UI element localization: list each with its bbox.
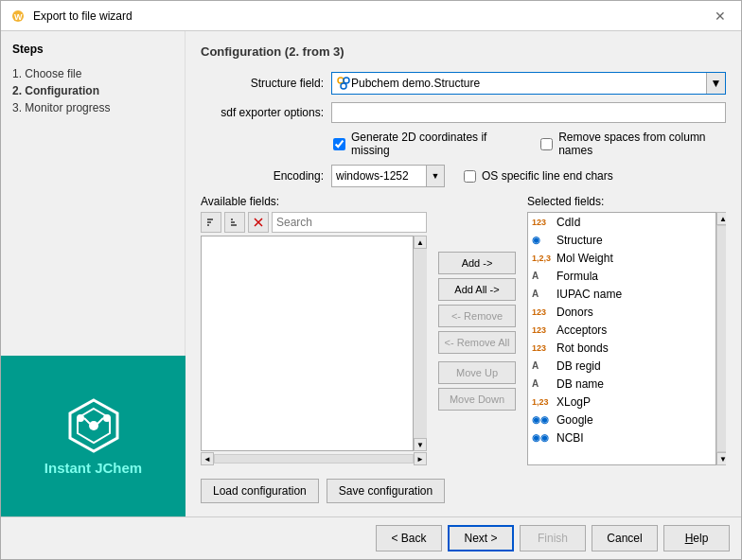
selected-item[interactable]: 123CdId: [528, 213, 716, 231]
sort-desc-button[interactable]: [224, 212, 245, 233]
structure-field-dropdown[interactable]: Pubchem demo.Structure ▼: [331, 72, 726, 95]
add-all-button[interactable]: Add All ->: [438, 278, 516, 301]
selected-item[interactable]: AIUPAC name: [528, 285, 716, 303]
selected-scroll-up-btn[interactable]: ▲: [716, 212, 726, 225]
selected-item[interactable]: 1,2,3Mol Weight: [528, 249, 716, 267]
close-button[interactable]: ✕: [709, 7, 732, 26]
section-title: Configuration (2. from 3): [201, 44, 726, 59]
structure-field-label: Structure field:: [201, 77, 324, 90]
selected-item[interactable]: ◉◉Google: [528, 411, 716, 429]
structure-dropdown-arrow[interactable]: ▼: [706, 73, 725, 94]
sort-asc-icon: [205, 217, 217, 228]
selected-item[interactable]: ◉◉NCBI: [528, 429, 716, 446]
item-type-icon: 123: [532, 325, 553, 335]
item-type-icon: A: [532, 360, 553, 371]
selected-item[interactable]: 123Rot bonds: [528, 339, 716, 357]
item-type-icon: 123: [532, 307, 553, 317]
os-line-end-label[interactable]: OS specific line end chars: [464, 169, 613, 183]
search-input[interactable]: [272, 212, 427, 233]
item-name: Structure: [556, 234, 603, 247]
selected-scroll-down-btn[interactable]: ▼: [716, 452, 726, 465]
svg-point-5: [77, 414, 84, 422]
item-type-icon: A: [532, 271, 553, 281]
vert-scroll-down-btn[interactable]: ▼: [414, 438, 427, 451]
svg-line-8: [97, 418, 103, 424]
save-config-button[interactable]: Save configuration: [327, 479, 445, 503]
export-wizard-dialog: W Export to file wizard ✕ Steps 1. Choos…: [0, 0, 742, 560]
remove-spaces-text: Remove spaces from column names: [558, 131, 726, 157]
fields-area: Available fields:: [201, 195, 726, 465]
next-button[interactable]: Next >: [448, 525, 514, 551]
remove-spaces-label[interactable]: Remove spaces from column names: [540, 131, 726, 157]
step-3-number: 3.: [12, 101, 22, 114]
selected-vert-scrollbar: ▲ ▼: [716, 212, 726, 465]
svg-point-9: [338, 78, 344, 83]
step-2-label: Configuration: [25, 84, 99, 97]
item-name: Mol Weight: [556, 252, 613, 265]
finish-button[interactable]: Finish: [520, 525, 586, 551]
step-1-label: Choose file: [25, 67, 81, 80]
step-3: 3. Monitor progress: [12, 99, 173, 116]
selected-item[interactable]: 123Donors: [528, 303, 716, 321]
step-1: 1. Choose file: [12, 65, 173, 82]
selected-item[interactable]: AFormula: [528, 267, 716, 285]
item-type-icon: ◉◉: [532, 432, 553, 443]
item-type-icon: 123: [532, 218, 553, 227]
title-bar-left: W Export to file wizard: [10, 9, 132, 24]
middle-buttons-panel: Add -> Add All -> <- Remove <- Remove Al…: [434, 195, 520, 465]
selected-item[interactable]: ADB regid: [528, 357, 716, 375]
item-name: XLogP: [556, 395, 591, 409]
load-config-button[interactable]: Load configuration: [201, 479, 319, 503]
generate-2d-label[interactable]: Generate 2D coordinates if missing: [333, 131, 512, 157]
os-line-end-checkbox[interactable]: [464, 170, 476, 183]
remove-spaces-checkbox[interactable]: [540, 138, 553, 150]
help-text-rest: elp: [693, 532, 708, 545]
item-type-icon: A: [532, 289, 553, 299]
brand-area: Instant JChem: [1, 356, 186, 516]
clear-icon: [253, 217, 264, 228]
selected-item[interactable]: ADB name: [528, 375, 716, 393]
item-name: CdId: [556, 216, 580, 229]
checkboxes-row: Generate 2D coordinates if missing Remov…: [201, 131, 726, 157]
help-button[interactable]: Help: [663, 525, 730, 551]
hex-logo-icon: [65, 397, 122, 454]
remove-all-button[interactable]: <- Remove All: [438, 331, 516, 354]
available-fields-panel: Available fields:: [201, 195, 427, 465]
selected-item[interactable]: 123Acceptors: [528, 321, 716, 339]
move-up-button[interactable]: Move Up: [438, 361, 516, 384]
footer: < Back Next > Finish Cancel Help: [1, 516, 741, 559]
back-button[interactable]: < Back: [376, 525, 442, 551]
brand-name: Instant JChem: [44, 460, 142, 476]
svg-point-10: [344, 78, 349, 83]
item-type-icon: ◉◉: [532, 414, 553, 425]
vert-scroll-up-btn[interactable]: ▲: [414, 236, 427, 249]
remove-button[interactable]: <- Remove: [438, 305, 516, 327]
dialog-content: Steps 1. Choose file 2. Configuration 3.…: [1, 31, 741, 516]
encoding-select[interactable]: windows-1252 UTF-8 ISO-8859-1: [331, 165, 445, 187]
selected-item[interactable]: ◉Structure: [528, 231, 716, 249]
selected-fields-list[interactable]: 123CdId◉Structure1,2,3Mol WeightAFormula…: [527, 212, 716, 465]
horiz-scroll-right-btn[interactable]: ►: [414, 452, 427, 465]
item-type-icon: A: [532, 378, 553, 389]
item-type-icon: 1,23: [532, 397, 553, 407]
structure-field-value: Pubchem demo.Structure: [351, 77, 721, 90]
horiz-scroll-left-btn[interactable]: ◄: [201, 452, 214, 465]
svg-line-7: [84, 418, 90, 424]
item-name: Acceptors: [556, 324, 607, 337]
cancel-button[interactable]: Cancel: [592, 525, 658, 551]
selected-fields-panel-container: Selected fields: 123CdId◉Structure1,2,3M…: [527, 195, 726, 465]
sort-asc-button[interactable]: [201, 212, 221, 233]
available-fields-list[interactable]: [201, 236, 414, 451]
sdf-options-input[interactable]: [331, 102, 726, 123]
config-buttons: Load configuration Save configuration: [201, 479, 726, 503]
move-down-button[interactable]: Move Down: [438, 388, 516, 411]
encoding-dropdown[interactable]: windows-1252 UTF-8 ISO-8859-1 ▼: [331, 165, 445, 187]
add-button[interactable]: Add ->: [438, 252, 516, 274]
selected-item[interactable]: 1,23XLogP: [528, 393, 716, 411]
selected-fields-panel: Selected fields: 123CdId◉Structure1,2,3M…: [527, 195, 716, 465]
clear-button[interactable]: [248, 212, 269, 233]
svg-point-4: [89, 421, 98, 430]
generate-2d-text: Generate 2D coordinates if missing: [351, 131, 512, 157]
structure-field-row: Structure field: Pubchem demo.Structure …: [201, 72, 726, 95]
generate-2d-checkbox[interactable]: [333, 138, 345, 150]
